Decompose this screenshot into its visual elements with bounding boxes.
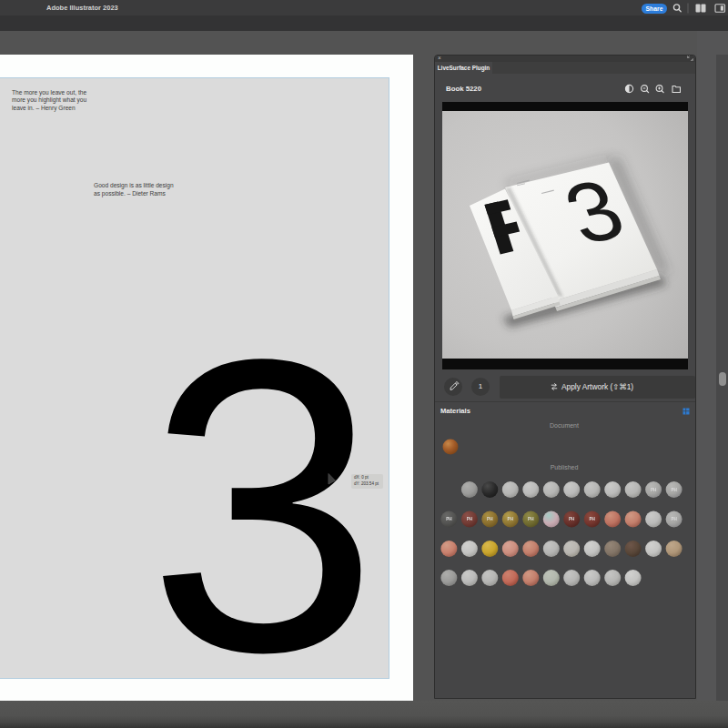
- svg-text:PH: PH: [487, 517, 493, 521]
- svg-text:PH: PH: [446, 517, 452, 521]
- svg-text:PH: PH: [508, 517, 514, 521]
- svg-text:PH: PH: [569, 517, 575, 521]
- svg-text:PH: PH: [671, 488, 677, 492]
- svg-text:PH: PH: [467, 517, 473, 521]
- svg-text:PH: PH: [528, 517, 534, 521]
- svg-text:PH: PH: [651, 488, 657, 492]
- svg-text:PH: PH: [590, 517, 596, 521]
- svg-text:PH: PH: [671, 517, 677, 521]
